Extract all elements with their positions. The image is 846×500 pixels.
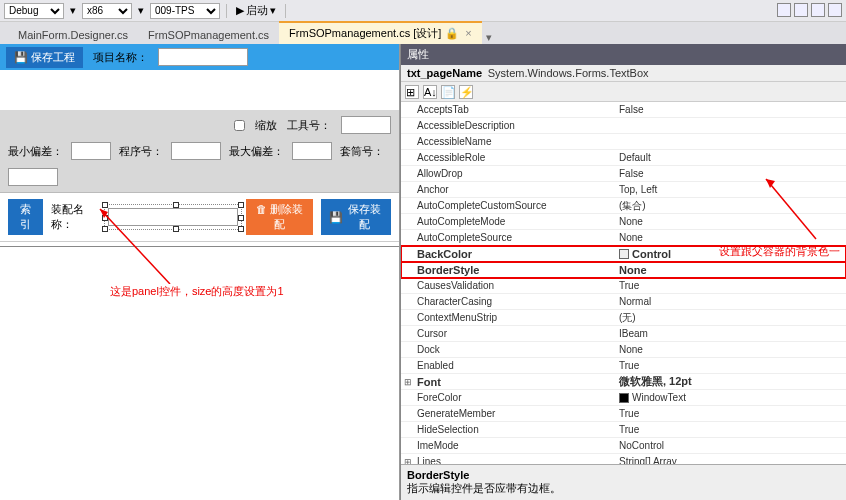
project-name-input[interactable] [158,48,248,66]
properties-grid[interactable]: AcceptsTabFalseAccessibleDescriptionAcce… [401,102,846,464]
program-no-input[interactable] [171,142,221,160]
properties-description: BorderStyle 指示编辑控件是否应带有边框。 [401,464,846,500]
properties-title: 属性 [401,44,846,65]
property-row-hideselection[interactable]: HideSelectionTrue [401,422,846,438]
index-button[interactable]: 索引 [8,199,43,235]
platform-select[interactable]: x86 [82,3,132,19]
property-row-accessiblename[interactable]: AccessibleName [401,134,846,150]
property-row-imemode[interactable]: ImeModeNoControl [401,438,846,454]
close-icon[interactable]: × [465,27,471,39]
properties-object[interactable]: txt_pageName System.Windows.Forms.TextBo… [401,65,846,82]
property-row-autocompletemode[interactable]: AutoCompleteModeNone [401,214,846,230]
property-row-accessiblerole[interactable]: AccessibleRoleDefault [401,150,846,166]
document-tabs: MainForm.Designer.cs FrmSOPmanagement.cs… [0,22,846,44]
events-icon[interactable]: ⚡ [459,85,473,99]
categorized-icon[interactable]: ⊞ [405,85,419,99]
delete-assembly-button[interactable]: 🗑 删除装配 [246,199,313,235]
assembly-name-input[interactable] [108,208,238,226]
align-icon[interactable] [811,3,825,17]
save-assembly-button[interactable]: 💾 保存装配 [321,199,391,235]
tool-no-label: 工具号： [287,118,331,133]
params-panel: 缩放 工具号： 最小偏差： 程序号： 最大偏差： 套筒号： [0,110,399,193]
assembly-row: 索引 装配名称： 🗑 删除装配 💾 保存装配 [0,193,399,242]
property-row-generatemember[interactable]: GenerateMemberTrue [401,406,846,422]
align-icon[interactable] [794,3,808,17]
min-offset-label: 最小偏差： [8,144,63,159]
designer-header: 💾 保存工程 项目名称： [0,44,399,70]
property-row-dock[interactable]: DockNone [401,342,846,358]
main-toolbar: Debug ▾ x86 ▾ 009-TPS ▶ 启动 ▾ [0,0,846,22]
tabs-dropdown-icon[interactable]: ▾ [486,31,492,44]
property-row-backcolor[interactable]: BackColorControl [401,246,846,262]
property-row-contextmenustrip[interactable]: ContextMenuStrip(无) [401,310,846,326]
project-select[interactable]: 009-TPS [150,3,220,19]
property-row-causesvalidation[interactable]: CausesValidationTrue [401,278,846,294]
property-row-forecolor[interactable]: ForeColorWindowText [401,390,846,406]
property-row-borderstyle[interactable]: BorderStyleNone [401,262,846,278]
alphabetical-icon[interactable]: A↓ [423,85,437,99]
run-button[interactable]: ▶ 启动 ▾ [233,2,279,19]
property-row-enabled[interactable]: EnabledTrue [401,358,846,374]
align-icon[interactable] [777,3,791,17]
property-row-font[interactable]: ⊞Font微软雅黑, 12pt [401,374,846,390]
property-row-acceptstab[interactable]: AcceptsTabFalse [401,102,846,118]
tool-no-input[interactable] [341,116,391,134]
scale-label: 缩放 [255,118,277,133]
property-row-lines[interactable]: ⊞LinesString[] Array [401,454,846,464]
properties-panel: 属性 txt_pageName System.Windows.Forms.Tex… [400,44,846,500]
project-name-label: 项目名称： [93,50,148,65]
property-row-cursor[interactable]: CursorIBeam [401,326,846,342]
tab-frmsop-design[interactable]: FrmSOPmanagement.cs [设计]🔒× [279,21,482,44]
max-offset-label: 最大偏差： [229,144,284,159]
tab-mainform[interactable]: MainForm.Designer.cs [8,26,138,44]
config-select[interactable]: Debug [4,3,64,19]
align-icon[interactable] [828,3,842,17]
property-row-charactercasing[interactable]: CharacterCasingNormal [401,294,846,310]
tab-frmsop-code[interactable]: FrmSOPmanagement.cs [138,26,279,44]
property-row-allowdrop[interactable]: AllowDropFalse [401,166,846,182]
annotation-text-1: 这是panel控件，size的高度设置为1 [110,284,284,299]
properties-toolbar: ⊞ A↓ 📄 ⚡ [401,82,846,102]
thin-panel [0,246,399,247]
property-row-accessibledescription[interactable]: AccessibleDescription [401,118,846,134]
properties-icon[interactable]: 📄 [441,85,455,99]
toolbar-right-icons [777,3,842,17]
sleeve-no-label: 套筒号： [340,144,384,159]
sleeve-no-input[interactable] [8,168,58,186]
program-no-label: 程序号： [119,144,163,159]
lock-icon: 🔒 [445,27,459,39]
form-designer[interactable]: 💾 保存工程 项目名称： 缩放 工具号： 最小偏差： 程序号： 最大偏差： 套筒… [0,44,400,500]
save-project-button[interactable]: 💾 保存工程 [6,47,83,68]
min-offset-input[interactable] [71,142,111,160]
property-row-anchor[interactable]: AnchorTop, Left [401,182,846,198]
max-offset-input[interactable] [292,142,332,160]
scale-checkbox[interactable] [234,120,245,131]
assembly-name-label: 装配名称： [51,202,100,232]
property-row-autocompletecustomsource[interactable]: AutoCompleteCustomSource(集合) [401,198,846,214]
